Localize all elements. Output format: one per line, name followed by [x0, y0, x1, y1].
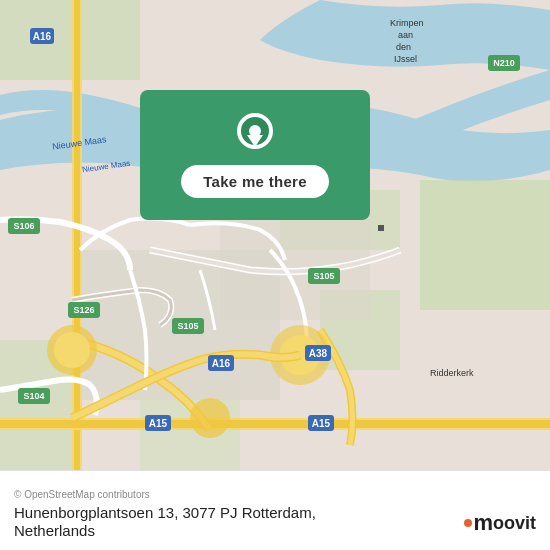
svg-point-13: [54, 332, 90, 368]
map-dot-marker: [378, 225, 384, 231]
map-svg: [0, 0, 550, 470]
map-container: Krimpen aan den IJssel Ridderkerk Nieuwe…: [0, 0, 550, 470]
address-line1: Hunenborgplantsoen 13, 3077 PJ Rotterdam…: [14, 504, 316, 521]
moovit-logo: m oovit: [464, 510, 536, 536]
svg-rect-0: [0, 0, 140, 80]
map-label-aan: aan: [398, 30, 413, 40]
location-pin-icon: [237, 113, 273, 163]
map-label-den: den: [396, 42, 411, 52]
moovit-text: oovit: [493, 513, 536, 534]
shield-a16b: A16: [208, 355, 234, 371]
shield-a15a: A15: [145, 415, 171, 431]
map-label-ridderkerk: Ridderkerk: [430, 368, 474, 378]
map-label-ijssel: IJssel: [394, 54, 417, 64]
address-line2: Netherlands: [14, 522, 95, 539]
shield-a15b: A15: [308, 415, 334, 431]
svg-point-16: [190, 398, 230, 438]
location-pin: [237, 113, 273, 157]
moovit-m: m: [473, 510, 493, 536]
map-label-krimpen: Krimpen: [390, 18, 424, 28]
shield-a38: A38: [305, 345, 331, 361]
shield-s104: S104: [18, 388, 50, 404]
shield-s106: S106: [8, 218, 40, 234]
copyright-text: © OpenStreetMap contributors: [14, 489, 536, 500]
bottom-bar: © OpenStreetMap contributors Hunenborgpl…: [0, 470, 550, 550]
svg-rect-11: [0, 420, 550, 428]
svg-rect-1: [420, 180, 550, 310]
shield-s105a: S105: [172, 318, 204, 334]
svg-rect-9: [74, 0, 80, 470]
take-me-there-button[interactable]: Take me there: [181, 165, 329, 198]
moovit-dot: [464, 519, 472, 527]
shield-s126: S126: [68, 302, 100, 318]
map-button-overlay: Take me there: [140, 90, 370, 220]
shield-a16: A16: [30, 28, 54, 44]
shield-s105b: S105: [308, 268, 340, 284]
shield-n210: N210: [488, 55, 520, 71]
